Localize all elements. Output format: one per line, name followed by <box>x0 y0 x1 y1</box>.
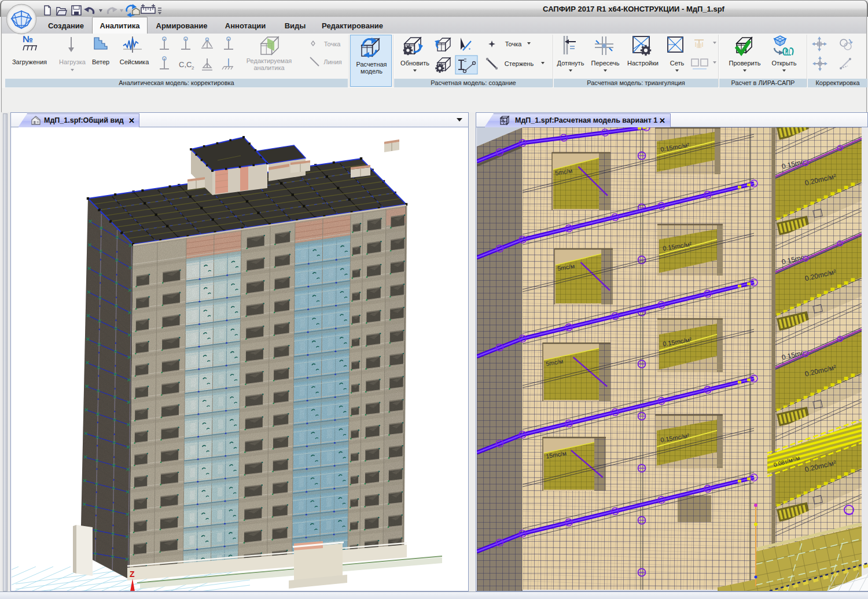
svg-text:Z: Z <box>130 569 135 579</box>
svg-text:C,C: C,C <box>179 60 192 69</box>
svg-text:2: 2 <box>192 65 194 71</box>
